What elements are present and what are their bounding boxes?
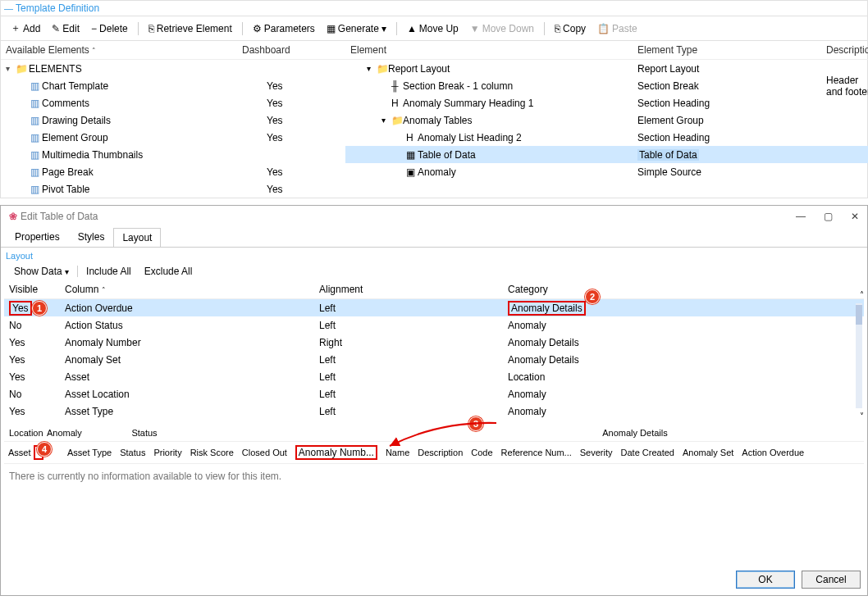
grid-row[interactable]: YesAnomaly NumberRightAnomaly Details bbox=[4, 334, 864, 351]
movedown-button[interactable]: ▼Move Down bbox=[465, 21, 539, 36]
expand-icon[interactable]: ▾ bbox=[381, 116, 391, 125]
column-cell: Asset Location bbox=[60, 389, 314, 400]
expand-icon[interactable]: ▾ bbox=[6, 64, 16, 73]
tab-properties[interactable]: Properties bbox=[6, 227, 69, 247]
ok-button[interactable]: OK bbox=[736, 571, 795, 589]
tree-item[interactable]: ▥CommentsYes bbox=[1, 94, 345, 111]
preview-column[interactable]: Action Overdue bbox=[738, 446, 808, 459]
app-icon: ❀ bbox=[9, 211, 17, 222]
layout-row[interactable]: ▦Table of DataTable of Data bbox=[345, 146, 868, 163]
include-all-button[interactable]: Include All bbox=[81, 264, 136, 279]
exclude-all-button[interactable]: Exclude All bbox=[139, 264, 198, 279]
preview-column[interactable]: Severity bbox=[576, 446, 617, 459]
add-button[interactable]: ＋Add bbox=[6, 20, 45, 37]
grid-row[interactable]: YesAsset TypeLeftAnomaly bbox=[4, 403, 864, 420]
available-elements-header[interactable]: Available Elements ˄ bbox=[6, 44, 242, 56]
element-type-header[interactable]: Element Type bbox=[637, 44, 826, 56]
preview-column[interactable]: Description bbox=[413, 446, 467, 459]
delete-button[interactable]: −Delete bbox=[86, 21, 133, 36]
tree-item[interactable]: ▥Element GroupYes bbox=[1, 129, 345, 146]
tree-item-label: Multimedia Thumbnails bbox=[40, 149, 267, 161]
element-type: Table of Data bbox=[637, 149, 826, 161]
grid-row[interactable]: YesAssetLeftLocation bbox=[4, 368, 864, 385]
params-icon: ⚙ bbox=[253, 23, 262, 34]
layout-row[interactable]: HAnomaly Summary Heading 1Section Headin… bbox=[345, 94, 868, 111]
preview-column[interactable]: Name bbox=[381, 446, 413, 459]
retrieve-button[interactable]: ⎘Retrieve Element bbox=[144, 21, 237, 36]
tree-item[interactable]: ▥Pivot TableYes bbox=[1, 180, 345, 198]
preview-column[interactable]: Code bbox=[467, 446, 496, 459]
preview-column[interactable]: Anomaly Set bbox=[678, 446, 738, 459]
tree-item-label: Pivot Table bbox=[40, 184, 267, 195]
scrollbar[interactable] bbox=[856, 303, 862, 408]
copy-button[interactable]: ⎘Copy bbox=[550, 21, 591, 36]
preview-column[interactable]: Date Created bbox=[617, 446, 678, 459]
col-alignment[interactable]: Alignment bbox=[314, 282, 503, 297]
preview-column[interactable]: Asset ˄4 bbox=[4, 443, 63, 462]
grid-row[interactable]: NoAsset LocationLeftAnomaly bbox=[4, 385, 864, 403]
preview-column[interactable]: Risk Score bbox=[186, 446, 238, 459]
category-cell: Location bbox=[503, 371, 864, 383]
retrieve-icon: ⎘ bbox=[148, 23, 154, 34]
preview-column[interactable]: Reference Num... bbox=[497, 446, 576, 459]
minimize-icon[interactable]: — bbox=[796, 211, 806, 222]
alignment-cell: Left bbox=[314, 320, 503, 331]
scroll-up-icon[interactable]: ˄ bbox=[860, 290, 864, 299]
grid-row[interactable]: Yes1Action OverdueLeftAnomaly Details2 bbox=[4, 299, 864, 316]
column-cell: Asset Type bbox=[60, 406, 314, 417]
alignment-cell: Left bbox=[314, 302, 503, 314]
generate-button[interactable]: ▦Generate ▾ bbox=[322, 21, 391, 36]
layout-row[interactable]: HAnomaly List Heading 2Section Heading bbox=[345, 129, 868, 146]
moveup-button[interactable]: ▲Move Up bbox=[402, 21, 464, 36]
maximize-icon[interactable]: ▢ bbox=[824, 211, 833, 222]
dialog-tabs: Properties Styles Layout bbox=[1, 227, 867, 247]
element-header[interactable]: Element bbox=[350, 44, 637, 56]
layout-row[interactable]: ╫Section Break - 1 columnSection BreakHe… bbox=[345, 77, 868, 94]
element-label: Report Layout bbox=[388, 63, 450, 75]
paste-icon: 📋 bbox=[597, 23, 610, 34]
tree-root[interactable]: ▾ 📁 ELEMENTS bbox=[1, 60, 345, 77]
close-icon[interactable]: ✕ bbox=[851, 211, 859, 222]
alignment-cell: Left bbox=[314, 389, 503, 400]
tab-layout[interactable]: Layout bbox=[113, 228, 161, 248]
h1-icon: H bbox=[391, 98, 403, 109]
arrow-down-icon: ▼ bbox=[470, 23, 480, 34]
preview-column[interactable]: Asset Type bbox=[63, 446, 116, 459]
layout-section-title: Layout bbox=[4, 249, 864, 262]
preview-column[interactable]: Closed Out bbox=[238, 446, 291, 459]
element-icon: ▥ bbox=[29, 80, 40, 92]
show-data-button[interactable]: Show Data ▾ bbox=[9, 264, 74, 279]
expand-icon[interactable]: ▾ bbox=[367, 64, 377, 73]
copy-icon: ⎘ bbox=[555, 23, 560, 34]
layout-row[interactable]: ▾📁Report LayoutReport Layout bbox=[345, 60, 868, 77]
layout-row[interactable]: ▾📁Anomaly TablesElement Group bbox=[345, 111, 868, 129]
chevron-down-icon: ▾ bbox=[65, 267, 69, 276]
grid-row[interactable]: YesAnomaly SetLeftAnomaly Details bbox=[4, 351, 864, 368]
element-label: Anomaly Summary Heading 1 bbox=[403, 98, 533, 109]
visible-cell: No bbox=[4, 389, 60, 400]
tree-item[interactable]: ▥Chart TemplateYes bbox=[1, 77, 345, 94]
paste-button[interactable]: 📋Paste bbox=[592, 21, 642, 36]
cancel-button[interactable]: Cancel bbox=[802, 571, 861, 589]
parameters-button[interactable]: ⚙Parameters bbox=[248, 21, 320, 36]
layout-row[interactable]: ▣AnomalySimple Source bbox=[345, 163, 868, 180]
template-definition-panel: Template Definition ＋Add ✎Edit −Delete ⎘… bbox=[0, 0, 868, 198]
grid-row[interactable]: NoAction StatusLeftAnomaly bbox=[4, 316, 864, 334]
col-category[interactable]: Category bbox=[503, 282, 864, 297]
col-column[interactable]: Column ˄ bbox=[60, 282, 314, 297]
preview-column[interactable]: Priority bbox=[149, 446, 185, 459]
tab-styles[interactable]: Styles bbox=[69, 227, 114, 247]
description-header[interactable]: Description bbox=[826, 44, 868, 56]
dashboard-header[interactable]: Dashboard bbox=[242, 44, 340, 56]
group-anomaly: Anomaly bbox=[42, 426, 91, 439]
tree-item-label: Page Break bbox=[40, 166, 267, 178]
preview-column[interactable]: Anomaly Numb... bbox=[291, 443, 381, 462]
edit-button[interactable]: ✎Edit bbox=[47, 21, 85, 36]
scroll-down-icon[interactable]: ˅ bbox=[860, 412, 864, 421]
tree-item[interactable]: ▥Page BreakYes bbox=[1, 163, 345, 180]
tree-item[interactable]: ▥Multimedia Thumbnails bbox=[1, 146, 345, 163]
col-visible[interactable]: Visible bbox=[4, 282, 60, 297]
preview-column[interactable]: Status bbox=[116, 446, 149, 459]
layout-tabpanel: Layout Show Data ▾ Include All Exclude A… bbox=[1, 247, 867, 564]
tree-item[interactable]: ▥Drawing DetailsYes bbox=[1, 111, 345, 129]
